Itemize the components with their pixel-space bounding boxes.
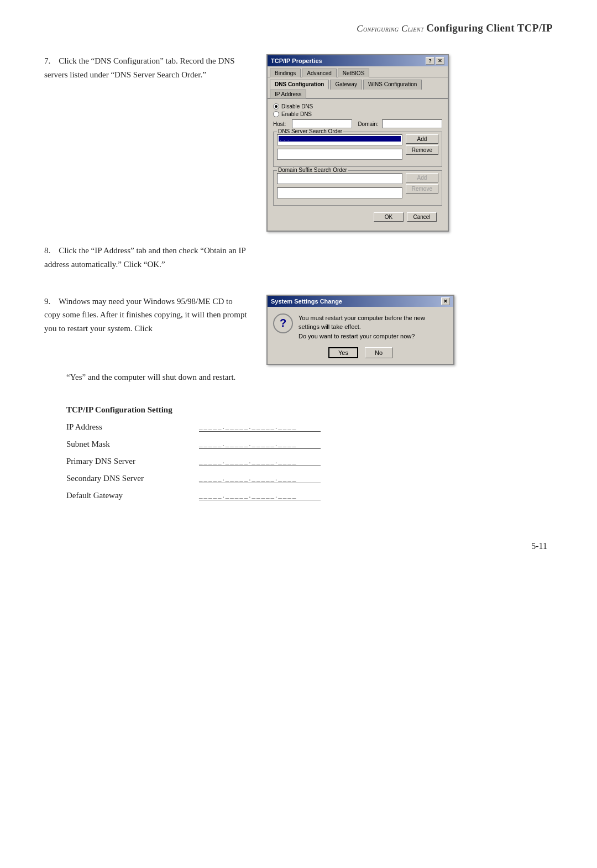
dns-server-list-item: . . . bbox=[279, 136, 401, 142]
sys-message-line2: Do you want to restart your computer now… bbox=[298, 332, 446, 341]
ok-button[interactable]: OK bbox=[374, 212, 404, 222]
domain-suffix-list-2[interactable] bbox=[277, 187, 402, 198]
step-8-row: 8. Click the “IP Address” tab and then c… bbox=[44, 244, 553, 271]
enable-dns-label: Enable DNS bbox=[281, 111, 312, 117]
tab-row-1: Bindings Advanced NetBIOS bbox=[268, 66, 448, 77]
dns-server-group-label: DNS Server Search Order bbox=[277, 128, 343, 134]
tab-bindings[interactable]: Bindings bbox=[270, 69, 301, 77]
secondary-dns-dots: _____._____._____.____ bbox=[199, 474, 297, 483]
config-row-gateway: Default Gateway _____._____._____.____ bbox=[66, 491, 553, 500]
step-8-text: 8. Click the “IP Address” tab and then c… bbox=[44, 244, 249, 271]
close-button[interactable]: ✕ bbox=[436, 57, 444, 65]
step-7-num: 7. bbox=[44, 56, 50, 65]
step-7-body: Click the “DNS Configuration” tab. Recor… bbox=[44, 56, 235, 79]
step-9-text: 9. Windows may need your Windows 95/98/M… bbox=[44, 295, 249, 336]
tcpip-footer: OK Cancel bbox=[273, 209, 442, 226]
yes-continuation: “Yes” and the computer will shut down an… bbox=[66, 370, 553, 384]
domain-suffix-list-row: Add Remove bbox=[277, 173, 438, 201]
sys-footer: Yes No bbox=[268, 345, 453, 364]
tab-row-2: DNS Configuration Gateway WINS Configura… bbox=[268, 77, 448, 99]
config-title: TCP/IP Configuration Setting bbox=[66, 405, 553, 415]
domain-input[interactable] bbox=[382, 119, 442, 128]
domain-suffix-group-label: Domain Suffix Search Order bbox=[277, 167, 348, 173]
ip-address-line: _____._____._____.____ bbox=[199, 424, 321, 432]
sys-title: System Settings Change bbox=[271, 298, 342, 305]
sys-body: ? You must restart your computer before … bbox=[268, 307, 453, 346]
dns-server-side-btns: Add Remove bbox=[406, 134, 438, 155]
domain-add-button[interactable]: Add bbox=[406, 173, 438, 182]
primary-dns-dots: _____._____._____.____ bbox=[199, 457, 297, 466]
dns-server-list-row: . . . Add Remove bbox=[277, 134, 438, 162]
default-gateway-dots: _____._____._____.____ bbox=[199, 491, 297, 500]
step-8-num: 8. bbox=[44, 246, 50, 255]
domain-suffix-group-box: Domain Suffix Search Order Add Remove bbox=[273, 170, 442, 206]
dns-radio-group: Disable DNS Enable DNS bbox=[273, 103, 442, 117]
system-settings-dialog: System Settings Change ✕ ? You must rest… bbox=[266, 295, 454, 365]
domain-remove-button[interactable]: Remove bbox=[406, 184, 438, 194]
sys-titlebar-btns: ✕ bbox=[441, 297, 450, 305]
dns-server-list[interactable]: . . . bbox=[277, 134, 402, 145]
step-9-num: 9. bbox=[44, 297, 50, 306]
dns-server-list-2[interactable] bbox=[277, 149, 402, 160]
default-gateway-line: _____._____._____.____ bbox=[199, 493, 321, 500]
help-button[interactable]: ? bbox=[426, 57, 434, 65]
primary-dns-label: Primary DNS Server bbox=[66, 457, 188, 466]
sys-titlebar: System Settings Change ✕ bbox=[268, 296, 453, 307]
subnet-mask-label: Subnet Mask bbox=[66, 440, 188, 449]
no-button[interactable]: No bbox=[365, 347, 392, 358]
tab-netbios[interactable]: NetBIOS bbox=[338, 69, 369, 77]
tab-wins-configuration[interactable]: WINS Configuration bbox=[363, 80, 422, 90]
disable-dns-label: Disable DNS bbox=[281, 103, 313, 109]
page-number: 5-11 bbox=[44, 541, 553, 551]
domain-suffix-list-col bbox=[277, 173, 402, 201]
secondary-dns-line: _____._____._____.____ bbox=[199, 475, 321, 483]
sys-message: You must restart your computer before th… bbox=[298, 313, 446, 341]
step-9-row: 9. Windows may need your Windows 95/98/M… bbox=[44, 295, 553, 365]
host-label: Host: bbox=[273, 121, 289, 127]
step-7-text: 7. Click the “DNS Configuration” tab. Re… bbox=[44, 54, 249, 82]
dns-server-list-col: . . . bbox=[277, 134, 402, 162]
disable-dns-radio[interactable]: Disable DNS bbox=[273, 103, 442, 109]
sys-message-line1: You must restart your computer before th… bbox=[298, 313, 446, 332]
step-7-row: 7. Click the “DNS Configuration” tab. Re… bbox=[44, 54, 553, 232]
enable-dns-radio-circle bbox=[273, 111, 279, 117]
default-gateway-label: Default Gateway bbox=[66, 491, 188, 500]
main-content: 7. Click the “DNS Configuration” tab. Re… bbox=[44, 54, 553, 508]
tcpip-titlebar: TCP/IP Properties ? ✕ bbox=[268, 55, 448, 66]
step-8-body: Click the “IP Address” tab and then chec… bbox=[44, 246, 245, 269]
titlebar-buttons: ? ✕ bbox=[426, 57, 444, 65]
host-domain-row: Host: Domain: bbox=[273, 119, 442, 128]
primary-dns-line: _____._____._____.____ bbox=[199, 458, 321, 466]
enable-dns-radio[interactable]: Enable DNS bbox=[273, 111, 442, 117]
tab-dns-configuration[interactable]: DNS Configuration bbox=[270, 80, 329, 90]
dns-add-button[interactable]: Add bbox=[406, 134, 438, 144]
domain-suffix-side-btns: Add Remove bbox=[406, 173, 438, 194]
tcpip-title: TCP/IP Properties bbox=[271, 57, 322, 64]
sys-close-button[interactable]: ✕ bbox=[441, 297, 450, 305]
tcpip-body: Disable DNS Enable DNS Host: Domain: bbox=[268, 99, 448, 231]
domain-suffix-list[interactable] bbox=[277, 173, 402, 184]
tab-gateway[interactable]: Gateway bbox=[330, 80, 362, 90]
host-input[interactable] bbox=[292, 119, 352, 128]
config-row-primary-dns: Primary DNS Server _____._____._____.___… bbox=[66, 457, 553, 466]
cancel-button[interactable]: Cancel bbox=[407, 212, 437, 222]
yes-button[interactable]: Yes bbox=[328, 347, 358, 358]
config-section: TCP/IP Configuration Setting IP Address … bbox=[66, 405, 553, 508]
tab-advanced[interactable]: Advanced bbox=[302, 69, 336, 77]
ip-address-dots: _____._____._____.____ bbox=[199, 422, 297, 431]
config-row-secondary-dns: Secondary DNS Server _____._____._____._… bbox=[66, 474, 553, 483]
secondary-dns-label: Secondary DNS Server bbox=[66, 474, 188, 483]
tab-ip-address[interactable]: IP Address bbox=[270, 90, 306, 98]
page-header: Configuring Client Configuring Client TC… bbox=[44, 22, 553, 34]
subnet-mask-line: _____._____._____.____ bbox=[199, 441, 321, 449]
sys-question-icon: ? bbox=[273, 313, 293, 333]
dns-server-group-box: DNS Server Search Order . . . Add Remove bbox=[273, 132, 442, 167]
step-9-body: Windows may need your Windows 95/98/ME C… bbox=[44, 297, 247, 333]
disable-dns-radio-circle bbox=[273, 103, 279, 109]
domain-label: Domain: bbox=[358, 121, 378, 127]
subnet-mask-dots: _____._____._____.____ bbox=[199, 440, 297, 448]
dns-remove-button[interactable]: Remove bbox=[406, 145, 438, 155]
config-row-ip: IP Address _____._____._____.____ bbox=[66, 422, 553, 432]
ip-address-label: IP Address bbox=[66, 422, 188, 432]
config-row-subnet: Subnet Mask _____._____._____.____ bbox=[66, 440, 553, 449]
